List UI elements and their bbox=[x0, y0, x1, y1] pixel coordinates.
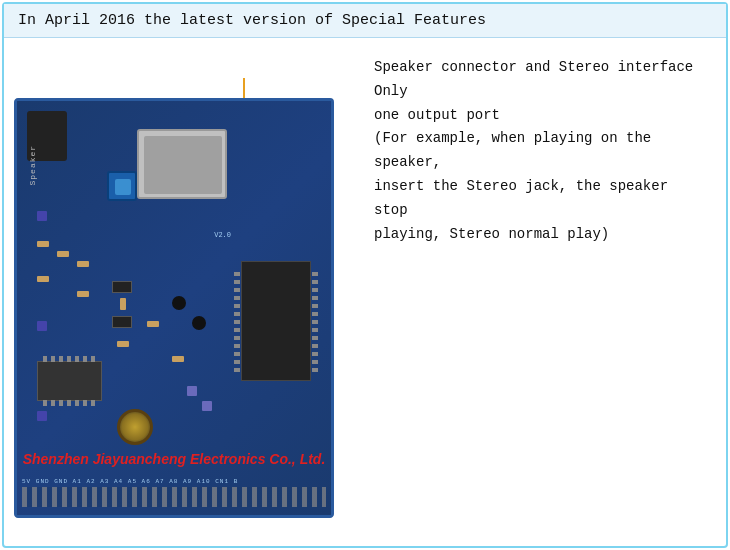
desc-line4: insert the Stereo jack, the speaker stop bbox=[374, 178, 668, 218]
desc-line2: one output port bbox=[374, 107, 500, 123]
resistor-8 bbox=[117, 341, 129, 347]
description-block: Speaker connector and Stereo interface O… bbox=[374, 56, 706, 246]
capacitor-1 bbox=[37, 211, 47, 221]
desc-line1: Speaker connector and Stereo interface O… bbox=[374, 59, 693, 99]
header-bar: In April 2016 the latest version of Spec… bbox=[4, 4, 726, 38]
text-section: Speaker connector and Stereo interface O… bbox=[354, 48, 716, 534]
capacitor-5 bbox=[202, 401, 212, 411]
content-area: Speaker bbox=[4, 38, 726, 534]
ic-chip-right bbox=[241, 261, 311, 381]
main-container: In April 2016 the latest version of Spec… bbox=[2, 2, 728, 548]
header-text: In April 2016 the latest version of Spec… bbox=[18, 12, 486, 29]
toroidal-coil bbox=[117, 409, 153, 445]
resistor-9 bbox=[172, 356, 184, 362]
resistor-6 bbox=[120, 298, 126, 310]
resistor-7 bbox=[147, 321, 159, 327]
resistor-2 bbox=[57, 251, 69, 257]
pcb-main: Speaker bbox=[17, 101, 331, 515]
ic-chip-left bbox=[37, 361, 102, 401]
capacitor-3 bbox=[37, 411, 47, 421]
speaker-label: Speaker bbox=[28, 145, 37, 186]
transistor-2 bbox=[192, 316, 206, 330]
potentiometer bbox=[107, 171, 137, 201]
sd-card-slot bbox=[137, 129, 227, 199]
bottom-pins bbox=[22, 487, 326, 507]
resistor-1 bbox=[37, 241, 49, 247]
capacitor-4 bbox=[187, 386, 197, 396]
small-ic-2 bbox=[112, 316, 132, 328]
small-ic-1 bbox=[112, 281, 132, 293]
resistor-4 bbox=[37, 276, 49, 282]
image-section: Speaker bbox=[14, 48, 354, 534]
desc-line5: playing, Stereo normal play) bbox=[374, 226, 609, 242]
transistor-1 bbox=[172, 296, 186, 310]
company-watermark: Shenzhen Jiayuancheng Electronics Co., L… bbox=[22, 450, 326, 470]
capacitor-2 bbox=[37, 321, 47, 331]
pcb-image: Speaker bbox=[14, 98, 334, 518]
resistor-3 bbox=[77, 261, 89, 267]
bottom-label: 5V GND GND A1 A2 A3 A4 A5 A6 A7 A8 A9 A1… bbox=[22, 478, 238, 485]
resistor-5 bbox=[77, 291, 89, 297]
desc-line3: (For example, when playing on the speake… bbox=[374, 130, 651, 170]
version-label: V2.0 bbox=[214, 231, 231, 239]
